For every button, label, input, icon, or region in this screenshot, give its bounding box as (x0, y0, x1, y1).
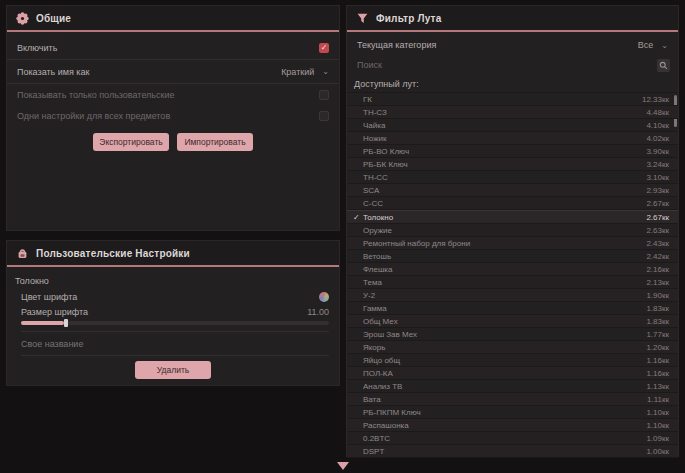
loot-item-row[interactable]: ✓ Тема 2.13кк (347, 276, 678, 289)
font-color-label: Цвет шрифта (21, 292, 77, 302)
show-name-value: Краткий (281, 67, 314, 77)
loot-item-row[interactable]: ✓ РБ-БК Ключ 3.24кк (347, 158, 678, 171)
same-settings-checkbox[interactable] (319, 111, 329, 121)
user-settings-title: Пользовательские Настройки (36, 248, 190, 259)
loot-item-name: ПОЛ-КА (363, 369, 646, 378)
loot-item-row[interactable]: ✓ 0.2BTC 1.09кк (347, 432, 678, 445)
loot-item-row[interactable]: ✓ Оружие 2.63кк (347, 224, 678, 237)
loot-item-price: 2.67кк (646, 199, 669, 208)
show-name-dropdown[interactable]: Краткий ⌄ (281, 67, 329, 77)
same-settings-label: Одни настройки для всех предметов (17, 111, 170, 121)
loot-filter-title: Фильтр Лута (376, 13, 441, 24)
loot-item-name: 0.2BTC (363, 434, 646, 443)
search-row (347, 56, 678, 74)
loot-item-row[interactable]: ✓ SCA 2.93кк (347, 184, 678, 197)
divider (21, 331, 329, 332)
loot-item-row[interactable]: ✓ С-СС 2.67кк (347, 197, 678, 210)
loot-item-price: 12.33кк (642, 95, 669, 104)
loot-item-row[interactable]: ✓ Чайка 4.10кк (347, 119, 678, 132)
loot-item-price: 3.24кк (646, 160, 669, 169)
slider-thumb[interactable] (64, 319, 68, 327)
font-size-slider[interactable] (21, 321, 329, 325)
loot-item-row[interactable]: ✓ ПОЛ-КА 1.16кк (347, 367, 678, 380)
check-icon: ✓ (353, 134, 363, 143)
category-dropdown[interactable]: Все ⌄ (638, 40, 668, 50)
general-panel-header: Общие (7, 6, 339, 32)
loot-filter-panel: Фильтр Лута Текущая категория Все ⌄ Дост… (346, 5, 679, 457)
loot-item-price: 1.00кк (646, 447, 669, 456)
loot-item-row[interactable]: ✓ Толокно 2.67кк (347, 210, 678, 224)
only-custom-checkbox[interactable] (319, 90, 329, 100)
loot-item-row[interactable]: ✓ Ветошь 2.42кк (347, 250, 678, 263)
check-icon: ✓ (353, 252, 363, 261)
loot-item-name: Тема (363, 278, 646, 287)
import-button[interactable]: Импортировать (177, 133, 253, 151)
loot-item-name: Яйцо общ (363, 356, 646, 365)
loot-item-price: 2.43кк (646, 239, 669, 248)
category-row: Текущая категория Все ⌄ (347, 36, 678, 54)
loot-item-price: 1.20кк (646, 343, 669, 352)
loot-item-row[interactable]: ✓ У-2 1.90кк (347, 289, 678, 302)
check-icon: ✓ (353, 369, 363, 378)
loot-item-row[interactable]: ✓ Гамма 1.83кк (347, 302, 678, 315)
loot-item-price: 3.10кк (646, 173, 669, 182)
enable-row: Включить ✓ (7, 36, 339, 60)
check-icon: ✓ (353, 226, 363, 235)
export-button[interactable]: Экспортировать (93, 133, 169, 151)
custom-name-input[interactable] (21, 336, 329, 352)
drag-handle-icon[interactable] (337, 462, 349, 470)
loot-item-price: 4.48кк (646, 108, 669, 117)
delete-button[interactable]: Удалить (135, 361, 211, 379)
loot-item-row[interactable]: ✓ РБ-ПКПМ Ключ 1.10кк (347, 406, 678, 419)
loot-item-price: 1.10кк (646, 421, 669, 430)
check-icon: ✓ (353, 434, 363, 443)
loot-item-name: DSPT (363, 447, 646, 456)
loot-item-row[interactable]: ✓ Ремонтный набор для брони 2.43кк (347, 237, 678, 250)
loot-item-price: 1.10кк (646, 408, 669, 417)
loot-item-row[interactable]: ✓ ТН-СС 3.10кк (347, 171, 678, 184)
loot-item-row[interactable]: ✓ Распашонка 1.10кк (347, 419, 678, 432)
loot-item-row[interactable]: ✓ Эрош Зав Мех 1.77кк (347, 328, 678, 341)
color-wheel-icon[interactable] (319, 292, 329, 302)
check-icon: ✓ (353, 317, 363, 326)
loot-filter-header: Фильтр Лута (347, 6, 678, 32)
enable-checkbox[interactable]: ✓ (319, 43, 329, 53)
loot-item-row[interactable]: ✓ Яйцо общ 1.16кк (347, 354, 678, 367)
loot-item-row[interactable]: ✓ Анализ ТВ 1.13кк (347, 380, 678, 393)
search-input[interactable] (355, 59, 657, 71)
check-icon: ✓ (353, 278, 363, 287)
loot-item-name: Чайка (363, 121, 646, 130)
loot-item-row[interactable]: ✓ ГК 12.33кк (347, 93, 678, 106)
loot-item-row[interactable]: ✓ ТН-СЗ 4.48кк (347, 106, 678, 119)
loot-item-name: Ветошь (363, 252, 646, 261)
font-size-row: Размер шрифта 11.00 (21, 305, 329, 319)
user-settings-panel: Пользовательские Настройки Толокно Цвет … (6, 240, 340, 386)
same-settings-row: Одни настройки для всех предметов (7, 105, 339, 126)
loot-item-name: Анализ ТВ (363, 382, 646, 391)
user-settings-header: Пользовательские Настройки (7, 241, 339, 267)
check-icon: ✓ (353, 239, 363, 248)
check-icon: ✓ (353, 95, 363, 104)
loot-item-row[interactable]: ✓ Якорь 1.20кк (347, 341, 678, 354)
loot-item-name: Якорь (363, 343, 646, 352)
loot-item-name: У-2 (363, 291, 646, 300)
loot-item-row[interactable]: ✓ Общ Мех 1.83кк (347, 315, 678, 328)
loot-item-row[interactable]: ✓ Вата 1.11кк (347, 393, 678, 406)
loot-item-name: РБ-ВО Ключ (363, 147, 646, 156)
loot-item-price: 2.42кк (646, 252, 669, 261)
loot-item-price: 1.77кк (646, 330, 669, 339)
loot-item-price: 4.10кк (646, 121, 669, 130)
loot-item-price: 1.90кк (646, 291, 669, 300)
loot-item-name: Ремонтный набор для брони (363, 239, 646, 248)
loot-item-row[interactable]: ✓ РБ-ВО Ключ 3.90кк (347, 145, 678, 158)
font-size-label: Размер шрифта (21, 307, 88, 317)
loot-item-price: 1.83кк (646, 304, 669, 313)
loot-item-name: РБ-БК Ключ (363, 160, 646, 169)
loot-item-name: С-СС (363, 199, 646, 208)
search-button[interactable] (657, 59, 670, 72)
loot-item-row[interactable]: ✓ DSPT 1.00кк (347, 445, 678, 458)
loot-item-name: ТН-СС (363, 173, 646, 182)
check-icon: ✓ (353, 265, 363, 274)
loot-item-row[interactable]: ✓ Ножик 4.02кк (347, 132, 678, 145)
loot-item-row[interactable]: ✓ Флешка 2.16кк (347, 263, 678, 276)
